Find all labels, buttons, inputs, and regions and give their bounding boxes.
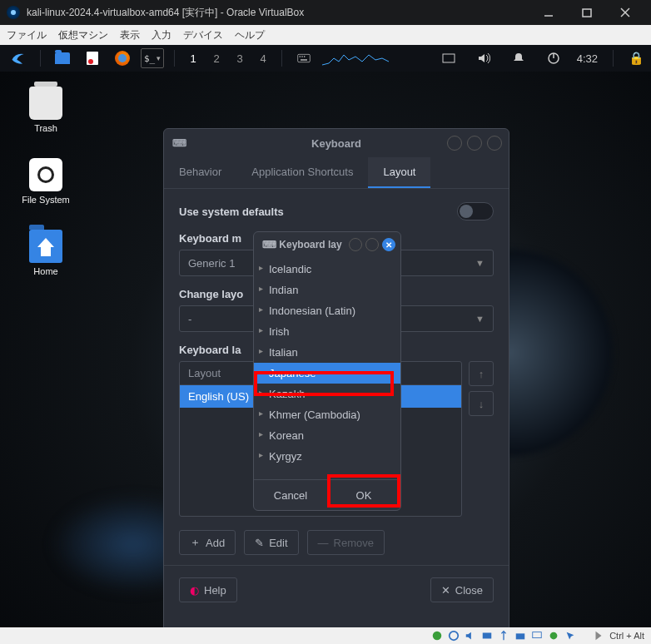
lock-icon[interactable]: 🔒 [629,51,644,66]
svg-rect-7 [304,56,305,57]
close-button[interactable] [606,0,644,25]
workspace-1[interactable]: 1 [185,52,201,65]
terminal-launcher[interactable]: $_ [141,48,164,68]
popup-minimize-button[interactable] [349,238,362,251]
show-desktop-button[interactable] [437,48,460,68]
kali-menu-button[interactable] [7,48,30,68]
keyboard-window-titlebar[interactable]: ⌨ Keyboard [164,129,509,157]
move-up-button[interactable]: ↑ [469,361,494,386]
edit-layout-button[interactable]: ✎Edit [244,530,298,555]
svg-rect-5 [300,56,301,57]
lang-icelandic[interactable]: Icelandic [254,259,400,280]
host-key-icon [593,630,604,642]
tab-behavior[interactable]: Behavior [164,157,236,188]
vbox-menu-vm[interactable]: 仮想マシン [58,28,108,42]
lang-italian[interactable]: Italian [254,342,400,363]
workspace-2[interactable]: 2 [208,52,225,65]
trash-label: Trash [34,123,57,133]
tab-app-shortcuts[interactable]: Application Shortcuts [236,157,368,188]
tab-layout[interactable]: Layout [368,157,430,188]
keyboard-window-title: Keyboard [311,137,361,150]
kb-maximize-button[interactable] [467,136,482,151]
audio-indicator-icon[interactable] [465,630,476,642]
close-icon: ✕ [441,584,450,597]
lang-kyrgyz[interactable]: Kyrgyz [254,446,400,467]
desktop-filesystem[interactable]: File System [17,158,75,205]
workspace-4[interactable]: 4 [255,52,271,65]
help-button[interactable]: ◐Help [179,577,237,602]
lang-japanese[interactable]: Japanese [254,363,400,384]
vbox-menu-help[interactable]: ヘルプ [235,28,265,42]
add-layout-button[interactable]: ＋Add [179,530,236,555]
network-indicator-icon[interactable] [481,630,493,642]
keyboard-taskbar-button[interactable] [292,48,316,68]
vbox-menubar[interactable]: ファイル 仮想マシン 表示 入力 デバイス ヘルプ [0,25,651,45]
move-down-button[interactable]: ↓ [469,391,494,416]
vbox-titlebar: kali-linux-2024.4-virtualbox-amd64 [実行中]… [0,0,651,25]
use-defaults-label: Use system defaults [179,206,284,218]
lang-irish[interactable]: Irish [254,321,400,342]
use-defaults-toggle[interactable] [457,202,494,220]
trash-icon [29,87,62,120]
layout-language-list[interactable]: Icelandic Indian Indonesian (Latin) Iris… [254,257,400,479]
text-editor-launcher[interactable] [81,48,104,68]
virtualbox-icon [7,6,20,19]
vbox-window-title: kali-linux-2024.4-virtualbox-amd64 [実行中]… [27,6,304,20]
keyboard-model-value: Generic 1 [188,257,235,270]
notification-icon[interactable] [507,48,530,68]
vbox-menu-devices[interactable]: デバイス [183,28,223,42]
recording-indicator-icon[interactable] [548,630,559,642]
vbox-menu-input[interactable]: 入力 [152,28,171,42]
lang-indian[interactable]: Indian [254,280,400,300]
popup-ok-button[interactable]: OK [327,480,400,510]
minimize-button[interactable] [529,0,568,25]
desktop-trash[interactable]: Trash [17,87,75,133]
vbox-menu-view[interactable]: 表示 [120,28,140,42]
vbox-statusbar: Ctrl + Alt [0,627,651,644]
display-indicator-icon[interactable] [531,630,543,642]
popup-cancel-button[interactable]: Cancel [254,480,327,510]
cpu-graph[interactable] [322,50,389,67]
usb-indicator-icon[interactable] [498,630,509,642]
close-settings-button[interactable]: ✕Close [430,577,494,602]
svg-point-12 [433,632,442,641]
help-icon: ◐ [190,584,199,597]
svg-rect-15 [516,633,525,639]
shared-folder-indicator-icon[interactable] [514,630,526,642]
keyboard-popup-icon: ⌨ [262,239,276,250]
svg-rect-16 [533,632,542,638]
popup-maximize-button[interactable] [365,238,379,251]
firefox-launcher[interactable] [111,48,134,68]
kb-minimize-button[interactable] [447,136,462,151]
lang-indonesian[interactable]: Indonesian (Latin) [254,300,400,321]
kb-close-button[interactable] [487,136,502,151]
change-layout-value: - [188,313,191,325]
volume-icon[interactable] [472,48,495,68]
maximize-button[interactable] [568,0,606,25]
host-key-label: Ctrl + Alt [609,631,644,641]
pencil-icon: ✎ [255,537,264,549]
add-layout-dialog: ⌨ Keyboard lay ✕ Icelandic Indian Indone… [253,231,401,511]
remove-layout-button[interactable]: —Remove [307,530,385,555]
kali-top-panel: $_ 1 2 3 4 4:32 🔒 [0,45,651,72]
mouse-integration-icon[interactable] [564,630,576,642]
home-folder-icon [29,230,62,263]
popup-close-button[interactable]: ✕ [382,238,395,251]
vbox-menu-file[interactable]: ファイル [7,28,47,42]
svg-point-17 [550,632,558,640]
keyboard-titlebar-icon: ⌨ [172,137,186,149]
hdd-indicator-icon[interactable] [431,630,443,642]
workspace-3[interactable]: 3 [231,52,248,65]
lang-korean[interactable]: Korean [254,425,400,446]
lang-khmer[interactable]: Khmer (Cambodia) [254,404,400,425]
optical-indicator-icon[interactable] [448,630,460,642]
guest-desktop: $_ 1 2 3 4 4:32 🔒 Trash File System [0,45,651,627]
power-icon[interactable] [542,48,565,68]
desktop-home[interactable]: Home [17,230,75,276]
files-launcher[interactable] [51,48,74,68]
clock[interactable]: 4:32 [577,52,598,65]
home-label: Home [33,266,57,276]
lang-kazakh[interactable]: Kazakh [254,384,400,404]
svg-rect-4 [298,54,311,62]
popup-titlebar[interactable]: ⌨ Keyboard lay ✕ [254,232,400,257]
